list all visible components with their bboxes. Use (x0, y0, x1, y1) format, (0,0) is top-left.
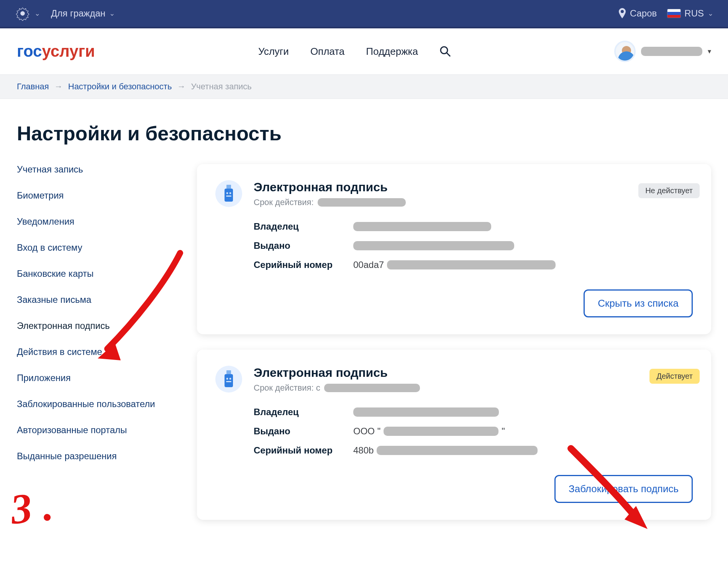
usb-token-icon (215, 180, 242, 207)
user-name-redacted (641, 47, 702, 56)
status-badge: Действует (649, 369, 700, 384)
validity-value-redacted (318, 198, 406, 207)
svg-rect-3 (226, 185, 231, 189)
serial-prefix: 00ada7 (353, 260, 384, 270)
chevron-down-icon: ⌄ (109, 9, 115, 18)
block-signature-button[interactable]: Заблокировать подпись (554, 475, 693, 503)
user-menu[interactable]: ▾ (614, 41, 711, 62)
sidebar-item-letters[interactable]: Заказные письма (17, 294, 182, 305)
crumb-current: Учетная запись (191, 82, 251, 92)
svg-point-6 (230, 192, 231, 194)
breadcrumb: Главная → Настройки и безопасность → Уче… (0, 74, 728, 99)
status-badge: Не действует (638, 183, 700, 198)
svg-point-11 (230, 378, 231, 380)
nav-payment[interactable]: Оплата (310, 46, 344, 58)
site-logo[interactable]: госуслуги (17, 42, 95, 61)
svg-rect-8 (226, 370, 231, 374)
issued-label: Выдано (254, 240, 353, 251)
crumb-sep: → (177, 82, 185, 92)
svg-point-1 (441, 47, 448, 54)
gov-bar: ⌄ Для граждан ⌄ Саров RUS ⌄ (0, 0, 728, 28)
city-name: Саров (630, 8, 657, 19)
crumb-home[interactable]: Главная (17, 82, 49, 92)
serial-label: Серийный номер (254, 260, 353, 270)
content-area: Не действует Электронная подпись Срок де… (197, 164, 711, 520)
logo-part-1: гос (17, 42, 42, 60)
svg-point-0 (21, 12, 25, 16)
caret-down-icon: ▾ (708, 47, 711, 56)
nav-services[interactable]: Услуги (258, 46, 289, 58)
owner-label: Владелец (254, 407, 353, 417)
logo-part-2: услуги (42, 42, 95, 60)
flag-ru-icon (667, 9, 680, 18)
language-selector[interactable]: RUS ⌄ (667, 8, 713, 19)
annotation-step-number: 3 . (8, 481, 56, 534)
sidebar-item-permissions[interactable]: Выданные разрешения (17, 451, 182, 462)
sidebar-item-blocked[interactable]: Заблокированные пользователи (17, 399, 182, 409)
city-selector[interactable]: Саров (618, 8, 657, 19)
owner-value-redacted (353, 222, 491, 231)
svg-rect-12 (226, 381, 231, 382)
map-pin-icon (618, 8, 626, 19)
serial-value-redacted (377, 446, 538, 455)
card-title: Электронная подпись (254, 366, 420, 380)
validity-label: Срок действия: с (254, 383, 320, 393)
svg-line-2 (447, 53, 450, 56)
sidebar-item-biometrics[interactable]: Биометрия (17, 190, 182, 201)
sidebar-item-esignature[interactable]: Электронная подпись (17, 320, 182, 331)
main-nav: Услуги Оплата Поддержка (258, 46, 451, 58)
sidebar-item-apps[interactable]: Приложения (17, 373, 182, 383)
avatar-icon (614, 41, 636, 62)
crumb-settings[interactable]: Настройки и безопасность (68, 82, 172, 92)
owner-label: Владелец (254, 221, 353, 232)
search-button[interactable] (439, 46, 451, 57)
issued-label: Выдано (254, 426, 353, 437)
validity-value-redacted (324, 384, 420, 392)
coat-of-arms-dropdown[interactable]: ⌄ (15, 5, 40, 21)
svg-point-5 (226, 192, 228, 194)
nav-support[interactable]: Поддержка (366, 46, 418, 58)
serial-label: Серийный номер (254, 445, 353, 456)
sidebar-item-bank-cards[interactable]: Банковские карты (17, 268, 182, 279)
card-title: Электронная подпись (254, 180, 406, 194)
owner-value-redacted (353, 407, 499, 417)
issued-suffix: " (502, 426, 505, 437)
sidebar-item-notifications[interactable]: Уведомления (17, 216, 182, 227)
validity-label: Срок действия: (254, 197, 314, 207)
page-title: Настройки и безопасность (17, 122, 711, 145)
coat-of-arms-icon (15, 5, 31, 21)
audience-label: Для граждан (51, 8, 105, 19)
signature-card: Не действует Электронная подпись Срок де… (197, 164, 711, 334)
issued-value-redacted (384, 427, 498, 436)
sidebar-item-portals[interactable]: Авторизованные порталы (17, 425, 182, 435)
site-header: госуслуги Услуги Оплата Поддержка ▾ (0, 28, 728, 74)
issued-value-redacted (353, 241, 514, 250)
svg-rect-4 (225, 189, 233, 202)
svg-rect-7 (226, 196, 231, 197)
svg-point-10 (226, 378, 228, 380)
serial-prefix: 480b (353, 445, 374, 456)
svg-rect-9 (225, 374, 233, 387)
usb-token-icon (215, 366, 242, 393)
sidebar-item-activity[interactable]: Действия в системе (17, 347, 182, 357)
issued-prefix: ООО " (353, 426, 380, 437)
serial-value-redacted (387, 260, 556, 269)
crumb-sep: → (54, 82, 63, 92)
audience-dropdown[interactable]: Для граждан ⌄ (51, 8, 115, 19)
sidebar-item-account[interactable]: Учетная запись (17, 164, 182, 175)
signature-card: Действует Электронная подпись Срок дейст… (197, 350, 711, 520)
language-code: RUS (684, 8, 704, 19)
chevron-down-icon: ⌄ (34, 9, 40, 18)
sidebar-item-login[interactable]: Вход в систему (17, 242, 182, 253)
chevron-down-icon: ⌄ (708, 9, 713, 18)
hide-from-list-button[interactable]: Скрыть из списка (584, 289, 693, 317)
settings-sidebar: Учетная запись Биометрия Уведомления Вхо… (17, 164, 182, 520)
